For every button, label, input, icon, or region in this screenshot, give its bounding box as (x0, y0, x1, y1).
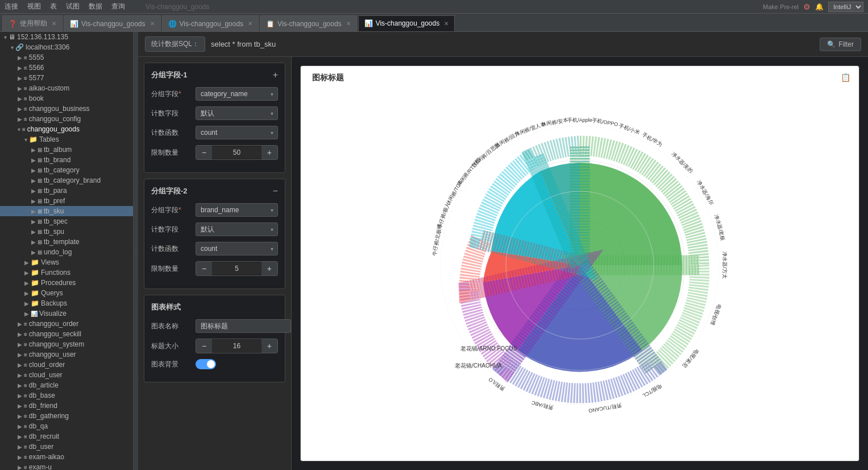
tree-db-user[interactable]: ▶ ≡ db_user (0, 442, 133, 452)
select-group2-field[interactable]: brand_name category_name id name (196, 203, 278, 217)
chart-name-input[interactable] (196, 319, 291, 333)
tab-vis4-close[interactable]: ✕ (444, 20, 448, 27)
tree-tb-spec[interactable]: ▶ ⊞ tb_spec (0, 216, 133, 226)
tree-db-gathering[interactable]: ▶ ≡ db_gathering (0, 411, 133, 421)
tree-db-article[interactable]: ▶ ≡ db_article (0, 380, 133, 390)
select-func1[interactable]: count sum avg max min (196, 126, 278, 139)
tree-tb-album[interactable]: ▶ ⊞ tb_album (0, 145, 133, 155)
collapse-handle[interactable]: ⋮ (134, 32, 138, 470)
label-group2-count-field: 计数字段 (151, 225, 191, 234)
tab-vis1-close[interactable]: ✕ (150, 20, 155, 27)
select-wrapper-count2: 默认 id name (196, 222, 278, 236)
tab-vis2-close[interactable]: ✕ (248, 20, 252, 27)
tree-aikao[interactable]: ▶ ≡ aikao-custom (0, 83, 133, 93)
menu-query[interactable]: 查询 (111, 2, 125, 11)
tree-cg-system[interactable]: ▶ ≡ changgou_system (0, 339, 133, 349)
menu-view[interactable]: 视图 (27, 2, 41, 11)
tree-procedures[interactable]: ▶ 📁 Procedures (0, 278, 133, 288)
tree-tb-sku[interactable]: ▶ ⊞ tb_sku (0, 206, 133, 216)
tree-db-friend[interactable]: ▶ ≡ db_friend (0, 401, 133, 411)
icon-querys: 📁 (31, 289, 39, 297)
arrow-tb-pref: ▶ (31, 198, 36, 204)
tree-exam-aikao[interactable]: ▶ ≡ exam-aikao (0, 452, 133, 462)
label-db-article: db_article (29, 381, 59, 389)
tree-visualize[interactable]: ▶ 📊 Visualize (0, 308, 133, 319)
tree-tb-cat-brand[interactable]: ▶ ⊞ tb_category_brand (0, 175, 133, 185)
tree-tables-folder[interactable]: ▾ 📁 Tables (0, 134, 133, 145)
tree-tb-template[interactable]: ▶ ⊞ tb_template (0, 237, 133, 247)
filter-button[interactable]: 🔍 Filter (820, 38, 861, 51)
tree-tb-category[interactable]: ▶ ⊞ tb_category (0, 165, 133, 175)
ide-select[interactable]: IntelliJ (828, 2, 863, 12)
group1-limit-plus[interactable]: + (261, 146, 277, 159)
tree-tb-spu[interactable]: ▶ ⊞ tb_spu (0, 226, 133, 237)
label-cloud-order: cloud_order (29, 361, 65, 369)
tree-backups[interactable]: ▶ 📁 Backups (0, 298, 133, 308)
tab-vis1-label: Vis-changgou_goods (81, 20, 146, 28)
tree-db-qa[interactable]: ▶ ≡ db_qa (0, 421, 133, 431)
tree-querys[interactable]: ▶ 📁 Querys (0, 288, 133, 298)
section2-remove-button[interactable]: − (273, 186, 278, 196)
form-row-group2-limit: 限制数量 − 5 + (151, 261, 278, 276)
label-tb-spu: tb_spu (44, 228, 64, 236)
sunburst-chart: 牛仔裤/北极绒 牛仔裤/极人 休闲裤/TGG 休闲裤/RT数图 休闲裤/百思图 … (404, 89, 756, 442)
menu-table[interactable]: 表 (50, 2, 57, 11)
tree-cg-order[interactable]: ▶ ≡ changgou_order (0, 319, 133, 329)
tree-cg-business[interactable]: ▶ ≡ changgou_business (0, 104, 133, 114)
tab-vis1[interactable]: 📊 Vis-changgou_goods ✕ (64, 15, 161, 31)
tree-views[interactable]: ▶ 📁 Views (0, 257, 133, 267)
tree-tb-pref[interactable]: ▶ ⊞ tb_pref (0, 196, 133, 206)
tab-vis3-close[interactable]: ✕ (346, 20, 351, 27)
tree-5566[interactable]: ▶ ≡ 5566 (0, 63, 133, 73)
icon-tb-category: ⊞ (38, 167, 42, 174)
select-func2[interactable]: count sum avg max min (196, 242, 278, 255)
menu-data[interactable]: 数据 (89, 2, 102, 11)
tab-vis4[interactable]: 📊 Vis-changgou_goods ✕ (358, 15, 455, 31)
tree-5555[interactable]: ▶ ≡ 5555 (0, 52, 133, 63)
form-row-group2-count-field: 计数字段 默认 id name (151, 222, 278, 236)
menu-connect[interactable]: 连接 (5, 2, 18, 11)
tab-help[interactable]: ❓ 使用帮助 ✕ (2, 15, 63, 31)
arrow-cg-config: ▶ (18, 116, 22, 122)
select-count2-field[interactable]: 默认 id name (196, 222, 278, 236)
tree-5577[interactable]: ▶ ≡ 5577 (0, 73, 133, 83)
bg-toggle[interactable] (196, 359, 216, 369)
label-group1-field: 分组字段* (151, 89, 191, 99)
section1-add-button[interactable]: + (273, 70, 278, 80)
tab-vis3[interactable]: 📋 Vis-changgou_goods ✕ (260, 15, 357, 31)
tree-cloud-user[interactable]: ▶ ≡ cloud_user (0, 370, 133, 380)
panels-container: 分组字段-1 + 分组字段* category_name brand_name … (138, 57, 868, 470)
select-count1-field[interactable]: 默认 id name (196, 106, 278, 120)
tree-root[interactable]: ▾ 🖥 152.136.113.135 (0, 32, 133, 42)
label-db-gathering: db_gathering (29, 412, 69, 420)
title-size-minus[interactable]: − (196, 339, 212, 353)
tree-localhost[interactable]: ▾ 🔗 localhost:3306 (0, 42, 133, 52)
select-group1-field[interactable]: category_name brand_name id name (196, 87, 278, 101)
sql-input[interactable] (211, 40, 814, 48)
chart-copy-icon[interactable]: 📋 (841, 73, 850, 82)
tree-cloud-order[interactable]: ▶ ≡ cloud_order (0, 360, 133, 370)
tree-db-base[interactable]: ▶ ≡ db_base (0, 390, 133, 401)
tree-undo-log[interactable]: ▶ ⊞ undo_log (0, 247, 133, 257)
arrow-cg-user: ▶ (18, 352, 22, 358)
tree-book[interactable]: ▶ ≡ book (0, 93, 133, 104)
tree-tb-brand[interactable]: ▶ ⊞ tb_brand (0, 155, 133, 165)
tree-cg-seckill[interactable]: ▶ ≡ changgou_seckill (0, 329, 133, 339)
tree-exam-u[interactable]: ▶ ≡ exam-u (0, 462, 133, 470)
tree-cg-goods[interactable]: ▾ ≡ changgou_goods (0, 124, 133, 134)
tree-cg-config[interactable]: ▶ ≡ changgou_config (0, 114, 133, 124)
group1-limit-minus[interactable]: − (196, 146, 212, 159)
menu-trial[interactable]: 试图 (66, 2, 80, 11)
settings-icon[interactable]: ⚙ (803, 2, 811, 11)
tree-functions[interactable]: ▶ 📁 Functions (0, 267, 133, 278)
tree-cg-user[interactable]: ▶ ≡ changgou_user (0, 349, 133, 360)
title-size-plus[interactable]: + (261, 339, 277, 353)
tab-vis2[interactable]: 🌐 Vis-changgou_goods ✕ (162, 15, 259, 31)
group2-limit-plus[interactable]: + (261, 262, 277, 275)
tab-help-close[interactable]: ✕ (52, 20, 56, 27)
tree-tb-para[interactable]: ▶ ⊞ tb_para (0, 185, 133, 196)
group2-limit-minus[interactable]: − (196, 262, 212, 275)
svg-text:男鞋/TUCANO: 男鞋/TUCANO (588, 402, 622, 414)
bell-icon[interactable]: 🔔 (815, 3, 824, 11)
tree-db-recruit[interactable]: ▶ ≡ db_recruit (0, 431, 133, 442)
